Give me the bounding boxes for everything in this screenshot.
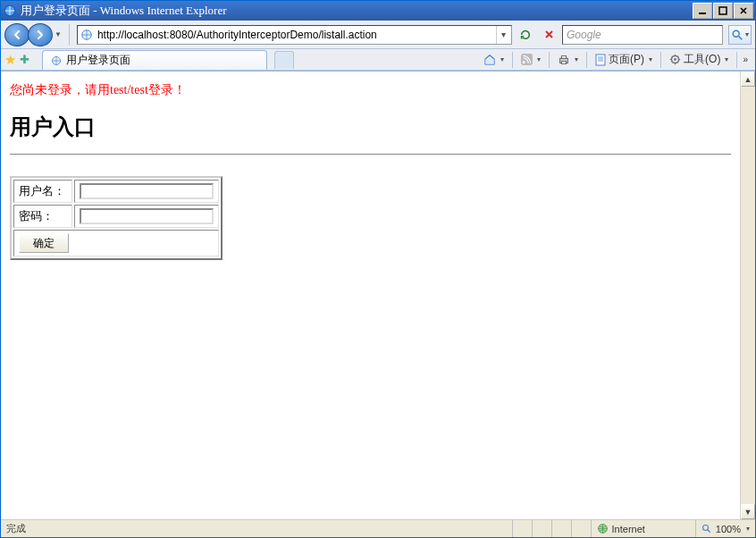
vertical-scrollbar[interactable]: ▲ ▼ (740, 71, 755, 519)
feeds-button[interactable]: ▾ (517, 51, 545, 69)
page-icon (80, 28, 94, 42)
more-icon[interactable]: » (741, 55, 750, 64)
table-row: 密码： (13, 205, 219, 228)
status-text: 完成 (1, 520, 512, 537)
favorites-bar: ★ ✚ 用户登录页面 ▾ ▾ ▾ (1, 49, 755, 71)
back-button[interactable] (4, 23, 29, 46)
tools-menu-button[interactable]: 工具(O) ▾ (665, 51, 733, 69)
svg-point-7 (523, 61, 525, 63)
zone-label: Internet (612, 524, 645, 534)
scroll-down-button[interactable]: ▼ (741, 504, 755, 519)
zoom-control[interactable]: 100% ▾ (695, 520, 755, 537)
new-tab-button[interactable] (274, 51, 294, 69)
svg-point-15 (702, 525, 708, 530)
search-go-button[interactable]: ▾ (728, 25, 752, 45)
search-placeholder: Google (567, 29, 601, 41)
status-cell (551, 520, 571, 537)
ie-logo-icon (3, 4, 17, 18)
table-row: 用户名： (13, 180, 219, 203)
page-content-area: 您尚未登录，请用test/test登录！ 用户入口 用户名： 密码： 确定 (1, 71, 755, 519)
svg-point-4 (733, 30, 739, 37)
forward-button[interactable] (28, 23, 53, 46)
submit-button[interactable]: 确定 (19, 233, 69, 253)
status-bar: 完成 Internet 100% ▾ (1, 519, 755, 537)
url-input[interactable] (97, 29, 494, 41)
separator (69, 24, 70, 46)
internet-icon (597, 523, 609, 534)
search-dropdown-icon: ▾ (745, 30, 749, 38)
address-dropdown[interactable]: ▾ (496, 26, 509, 44)
stop-button[interactable] (539, 25, 559, 45)
window-title: 用户登录页面 - Windows Internet Explorer (21, 3, 692, 19)
divider (10, 154, 731, 155)
page-menu-label: 页面(P) (609, 52, 644, 67)
print-button[interactable]: ▾ (553, 51, 583, 69)
minimize-button[interactable] (693, 3, 712, 19)
tab-label: 用户登录页面 (66, 53, 130, 68)
tab-page-icon (50, 55, 63, 67)
svg-point-13 (674, 58, 676, 61)
zoom-label: 100% (716, 524, 741, 534)
add-favorite-icon[interactable]: ✚ (20, 53, 29, 66)
table-row: 确定 (13, 230, 219, 256)
svg-rect-10 (561, 61, 566, 63)
zone-indicator: Internet (591, 520, 695, 537)
username-label: 用户名： (13, 180, 72, 203)
svg-rect-1 (699, 13, 706, 14)
tools-menu-label: 工具(O) (684, 52, 720, 67)
login-error-message: 您尚未登录，请用test/test登录！ (10, 82, 731, 98)
favorites-star-icon[interactable]: ★ (4, 52, 16, 68)
search-box[interactable]: Google (562, 25, 723, 45)
browser-tab[interactable]: 用户登录页面 (42, 50, 267, 70)
svg-rect-9 (561, 55, 566, 58)
title-bar: 用户登录页面 - Windows Internet Explorer (1, 1, 755, 21)
page-menu-button[interactable]: 页面(P) ▾ (591, 51, 657, 69)
status-cell (532, 520, 551, 537)
refresh-button[interactable] (516, 25, 535, 45)
svg-rect-11 (596, 55, 605, 65)
maximize-button[interactable] (713, 3, 733, 19)
svg-rect-2 (719, 7, 727, 14)
nav-history-dropdown[interactable]: ▼ (55, 30, 62, 38)
scroll-track[interactable] (741, 87, 755, 504)
command-bar: ▾ ▾ ▾ 页面(P) ▾ 工具(O) ▾ (479, 48, 752, 71)
page-viewport: 您尚未登录，请用test/test登录！ 用户入口 用户名： 密码： 确定 (1, 71, 740, 519)
page-heading: 用户入口 (10, 113, 731, 141)
address-bar[interactable]: ▾ (77, 25, 512, 45)
login-form: 用户名： 密码： 确定 (10, 176, 223, 260)
password-label: 密码： (13, 205, 72, 228)
browser-window: 用户登录页面 - Windows Internet Explorer ▼ (0, 0, 756, 538)
scroll-up-button[interactable]: ▲ (741, 71, 755, 87)
zoom-dropdown-icon: ▾ (746, 525, 750, 533)
status-cell (512, 520, 532, 537)
status-cell (571, 520, 591, 537)
close-button[interactable] (734, 3, 753, 19)
username-input[interactable] (80, 183, 214, 199)
nav-toolbar: ▼ ▾ Google ▾ (1, 21, 755, 49)
password-input[interactable] (80, 208, 214, 224)
address-bar-wrap: ▾ (77, 25, 512, 45)
home-button[interactable]: ▾ (479, 51, 508, 69)
zoom-icon (701, 524, 712, 534)
